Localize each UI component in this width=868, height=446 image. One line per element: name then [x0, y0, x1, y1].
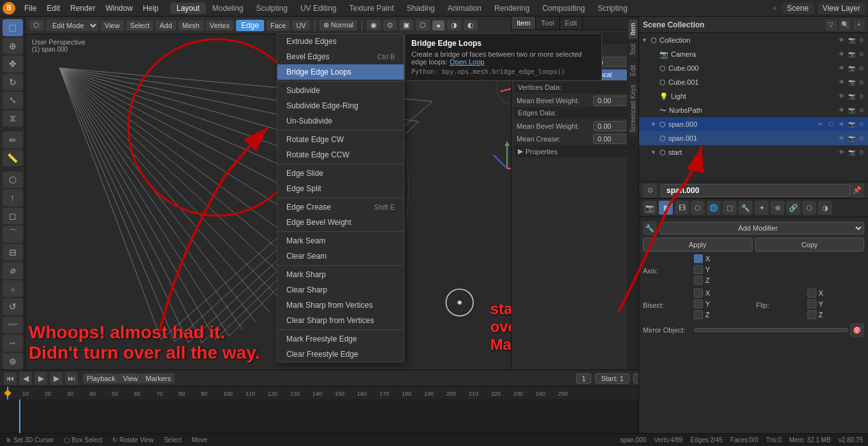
prop-icon-constraints[interactable]: 🔗 — [786, 201, 800, 215]
edge-bevel-weight[interactable]: Edge Bevel Weight — [277, 215, 404, 230]
timeline-skip-end[interactable]: ⏭ — [65, 372, 78, 385]
n-tab-edit[interactable]: Edit — [560, 17, 583, 29]
viewport-add-btn[interactable]: Add — [156, 20, 176, 31]
tab-compositing[interactable]: Compositing — [536, 3, 591, 14]
span000-wire-icon[interactable]: ⬡ — [827, 120, 835, 129]
prop-icon-scene[interactable]: ⬡ — [691, 201, 705, 215]
light-eye-icon[interactable]: 👁 — [837, 92, 846, 101]
prop-scene-icon[interactable]: ⊙ — [643, 183, 657, 198]
side-tab-tool[interactable]: Tool — [628, 40, 638, 59]
timeline-play[interactable]: ▶ — [34, 372, 47, 385]
viewport-view-btn[interactable]: View — [101, 20, 124, 31]
mirror-object-picker[interactable]: 🎯 — [850, 323, 864, 337]
prop-icon-particles[interactable]: ✦ — [754, 201, 769, 215]
edge-unsubdivide[interactable]: Un-Subdivide — [277, 113, 404, 129]
nurbs-restrict-icon[interactable]: 📷 — [847, 106, 856, 115]
cursor-tool[interactable]: ⊕ — [3, 38, 23, 55]
bisect-z-checkbox[interactable] — [694, 310, 703, 319]
rotate-tool[interactable]: ↻ — [3, 74, 23, 91]
collection-restrict-icon[interactable]: 📷 — [847, 36, 856, 45]
window-menu[interactable]: Window — [100, 3, 138, 14]
side-tab-edit[interactable]: Edit — [628, 61, 638, 80]
edge-split[interactable]: Edge Split — [277, 181, 404, 196]
edge-crease[interactable]: Edge Crease Shift E — [277, 199, 404, 215]
prop-icon-world[interactable]: 🌐 — [707, 201, 721, 215]
render-menu[interactable]: Render — [65, 3, 100, 14]
edges-data-section[interactable]: Edges Data: — [514, 107, 636, 119]
cube000-render-icon[interactable]: ⊙ — [857, 64, 866, 73]
edge-clear-sharp-verts[interactable]: Clear Sharp from Vertices — [277, 313, 404, 328]
collection-render-icon[interactable]: ⊙ — [857, 36, 866, 45]
edit-menu[interactable]: Edit — [41, 3, 65, 14]
copy-button[interactable]: Copy — [755, 238, 865, 252]
outliner-add-btn[interactable]: + — [853, 19, 865, 31]
outliner-filter-btn[interactable]: ▽ — [825, 19, 837, 31]
inset-tool[interactable]: ◻ — [3, 208, 23, 225]
prop-pin-icon[interactable]: 📌 — [850, 183, 864, 198]
camera-render-icon[interactable]: ⊙ — [857, 50, 866, 59]
edge-bevel[interactable]: Bevel Edges Ctrl B — [277, 49, 404, 64]
tab-layout[interactable]: Layout — [170, 3, 206, 14]
viewport-uv-btn[interactable]: UV — [292, 20, 309, 31]
edge-slide-tool[interactable]: ↔ — [3, 334, 23, 352]
edge-mark-freestyle[interactable]: Mark Freestyle Edge — [277, 331, 404, 347]
shrink-tool[interactable]: ⊛ — [3, 353, 23, 370]
add-modifier-selector[interactable]: Add Modifier — [659, 222, 864, 234]
edge-slide[interactable]: Edge Slide — [277, 166, 404, 181]
tab-shading[interactable]: Shading — [401, 3, 441, 14]
outliner-row-collection[interactable]: ▼ ⬡ Collection 👁 📷 ⊙ — [639, 33, 868, 47]
viewport-shading-icons[interactable]: ◉ — [367, 20, 381, 31]
tab-modeling[interactable]: Modeling — [206, 3, 250, 14]
outliner-search-btn[interactable]: 🔍 — [839, 19, 851, 31]
outliner-row-camera[interactable]: 📷 Camera 👁 📷 ⊙ — [639, 47, 868, 61]
timeline-playback-btn[interactable]: Playback — [83, 373, 119, 384]
viewport-xray-btn[interactable]: ▣ — [399, 20, 413, 31]
span000-eye-icon[interactable]: 👁 — [837, 120, 846, 129]
cube000-eye-icon[interactable]: 👁 — [837, 64, 846, 73]
viewport-vertex-btn[interactable]: Vertex — [206, 20, 233, 31]
prop-icon-render[interactable]: 📷 — [643, 201, 657, 215]
edge-mark-seam[interactable]: Mark Seam — [277, 233, 404, 248]
poly-build-tool[interactable]: ⬦ — [3, 280, 23, 298]
timeline-skip-start[interactable]: ⏮ — [4, 372, 17, 385]
n-tab-item[interactable]: Item — [511, 17, 536, 29]
span001-restrict-icon[interactable]: 📷 — [847, 134, 856, 143]
current-frame-display[interactable]: 1 — [576, 373, 591, 384]
prop-modifier-icon[interactable]: 🔧 — [643, 221, 657, 235]
bisect-y-checkbox[interactable] — [694, 299, 703, 308]
span000-edit-icon[interactable]: ✏ — [816, 120, 825, 129]
side-tab-item[interactable]: Item — [628, 19, 638, 39]
bridge-tooltip-open-link[interactable]: Open Loop — [450, 58, 484, 66]
cube001-restrict-icon[interactable]: 📷 — [847, 78, 856, 87]
edge-clear-freestyle[interactable]: Clear Freestyle Edge — [277, 347, 404, 362]
viewport-render-btn[interactable]: ◐ — [464, 20, 478, 31]
prop-icon-view[interactable]: 🎞 — [675, 201, 689, 215]
viewport-wire-btn[interactable]: ⬡ — [416, 20, 430, 31]
vertices-data-section[interactable]: Vertices Data: — [514, 82, 636, 93]
tab-rendering[interactable]: Rendering — [488, 3, 536, 14]
outliner-row-cube000[interactable]: ⬡ Cube.000 👁 📷 ⊙ — [639, 61, 868, 75]
axis-x-checkbox[interactable] — [694, 254, 703, 263]
start-eye-icon[interactable]: 👁 — [837, 148, 846, 157]
flip-x-checkbox[interactable] — [807, 289, 816, 298]
axis-z-checkbox[interactable] — [694, 276, 703, 285]
axis-y-checkbox[interactable] — [694, 265, 703, 274]
prop-icon-physics[interactable]: ⊗ — [770, 201, 784, 215]
edge-rotate-ccw[interactable]: Rotate Edge CCW — [277, 147, 404, 162]
light-restrict-icon[interactable]: 📷 — [847, 92, 856, 101]
tab-animation[interactable]: Animation — [441, 3, 488, 14]
prop-icon-object[interactable]: ▢ — [723, 201, 737, 215]
edge-subdivide-ring[interactable]: Subdivide Edge-Ring — [277, 98, 404, 113]
prop-icon-modifier[interactable]: 🔧 — [739, 201, 753, 215]
outliner-row-cube001[interactable]: ⬡ Cube.001 👁 📷 ⊙ — [639, 75, 868, 89]
properties-section[interactable]: ▶ Properties ⋯ — [514, 145, 636, 157]
scale-tool[interactable]: ⤡ — [3, 92, 23, 109]
side-tab-screencast[interactable]: Screencast Keys — [628, 81, 638, 136]
timeline-view-btn[interactable]: View — [119, 373, 142, 384]
outliner-row-light[interactable]: 💡 Light 👁 📷 ⊙ — [639, 89, 868, 103]
cube001-render-icon[interactable]: ⊙ — [857, 78, 866, 87]
edge-clear-sharp[interactable]: Clear Sharp — [277, 282, 404, 298]
bisect-x-checkbox[interactable] — [694, 289, 703, 298]
edge-mark-sharp-verts[interactable]: Mark Sharp from Vertices — [277, 298, 404, 313]
knife-tool[interactable]: ⌀ — [3, 262, 23, 279]
